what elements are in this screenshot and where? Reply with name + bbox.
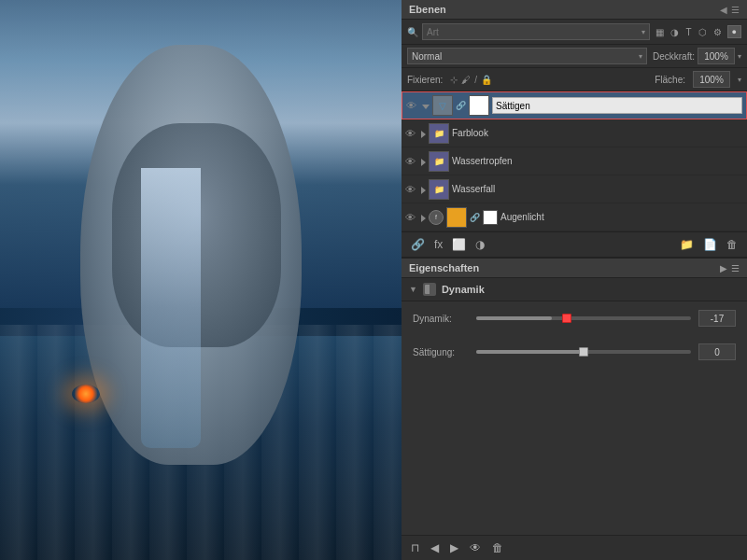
layer-visibility-augenlicht[interactable]: 👁 bbox=[405, 212, 418, 223]
search-container[interactable]: ▾ bbox=[422, 23, 650, 40]
clip-mask-button[interactable]: ⊓ bbox=[407, 539, 423, 556]
saettigung-slider-fill bbox=[476, 350, 584, 354]
layer-thumb-orange-augenlicht bbox=[446, 207, 467, 228]
delete-adjustment-button[interactable]: 🗑 bbox=[488, 539, 507, 556]
dynamik-slider-container[interactable] bbox=[476, 309, 691, 328]
dynamik-slider-thumb[interactable] bbox=[562, 314, 571, 323]
dynamik-icon bbox=[423, 283, 436, 296]
opacity-label: Deckkraft: bbox=[653, 51, 695, 62]
properties-forward-icon[interactable]: ▶ bbox=[720, 263, 727, 273]
layer-name-wassertropfen: Wassertropfen bbox=[452, 156, 743, 166]
saettigung-slider-container[interactable] bbox=[476, 343, 691, 361]
fix-fill-row: Fixieren: ⊹ 🖌 / 🔒 Fläche: 100% ▾ bbox=[402, 68, 747, 91]
fix-angle-icon[interactable]: / bbox=[474, 75, 477, 85]
layer-mask-saettigen bbox=[469, 95, 489, 116]
fill-dropdown-icon[interactable]: ▾ bbox=[738, 76, 741, 84]
dynamik-label: Dynamik: bbox=[413, 314, 469, 324]
layer-row-augenlicht[interactable]: 👁 f 🔗 Augenlicht bbox=[402, 203, 747, 231]
fix-label: Fixieren: bbox=[407, 75, 443, 85]
search-dropdown-icon[interactable]: ▾ bbox=[641, 28, 645, 36]
filter-pixel-icon[interactable]: ▦ bbox=[654, 26, 666, 38]
fill-label: Fläche: bbox=[655, 75, 685, 85]
dynamik-collapse-icon[interactable]: ▼ bbox=[409, 285, 417, 294]
panel-menu-icon[interactable]: ☰ bbox=[731, 5, 740, 15]
search-icon: 🔍 bbox=[407, 27, 418, 37]
layers-search-bar: 🔍 ▾ ▦ ◑ T ⬡ ⚙ ● bbox=[402, 20, 747, 45]
saettigung-slider-row: Sättigung: 0 bbox=[402, 335, 747, 369]
layer-chain-saettigen: 🔗 bbox=[456, 101, 466, 110]
layer-visibility-wasserfall[interactable]: 👁 bbox=[405, 184, 418, 195]
layer-thumb-wasserfall: 📁 bbox=[429, 179, 449, 200]
new-group-button[interactable]: 📁 bbox=[676, 236, 698, 253]
layer-chain-augenlicht: 🔗 bbox=[470, 213, 480, 222]
layer-thumb-farblook: 📁 bbox=[429, 123, 449, 144]
properties-controls: ▶ ☰ bbox=[720, 263, 740, 273]
opacity-value[interactable]: 100% bbox=[698, 48, 735, 64]
filter-toggle[interactable]: ● bbox=[727, 25, 741, 38]
layer-name-input-saettigen[interactable] bbox=[492, 97, 742, 114]
adjustment-button[interactable]: ◑ bbox=[472, 236, 488, 253]
saettigung-slider-track bbox=[476, 350, 691, 354]
dynamik-slider-fill bbox=[476, 316, 552, 320]
layer-thumb-wassertropfen: 📁 bbox=[429, 151, 449, 172]
right-panel: Ebenen ◀ ☰ 🔍 ▾ ▦ ◑ T ⬡ ⚙ ● bbox=[402, 0, 747, 560]
layer-row-wasserfall[interactable]: 👁 📁 Wasserfall bbox=[402, 175, 747, 203]
layers-list: 👁 ▽ 🔗 👁 📁 bbox=[402, 91, 747, 231]
properties-panel: Eigenschaften ▶ ☰ ▼ Dynamik Dynamik: bbox=[402, 257, 747, 560]
filter-icons: ▦ ◑ T ⬡ ⚙ bbox=[654, 26, 723, 38]
next-button[interactable]: ▶ bbox=[446, 539, 462, 556]
layer-visibility-wassertropfen[interactable]: 👁 bbox=[405, 156, 418, 167]
saettigung-label: Sättigung: bbox=[413, 347, 469, 357]
toolbar-group-right: 📁 📄 🗑 bbox=[676, 236, 741, 253]
blend-mode-value: Normal bbox=[412, 51, 442, 62]
dynamik-slider-row: Dynamik: -17 bbox=[402, 301, 747, 335]
layer-mask-augenlicht bbox=[483, 210, 498, 225]
layer-thumb-saettigen: ▽ bbox=[432, 95, 453, 116]
properties-panel-header: Eigenschaften ▶ ☰ bbox=[402, 259, 747, 278]
layer-visibility-farblook[interactable]: 👁 bbox=[405, 128, 418, 139]
layer-row-wassertropfen[interactable]: 👁 📁 Wassertropfen bbox=[402, 147, 747, 175]
dynamik-section-header: ▼ Dynamik bbox=[402, 278, 747, 301]
prev-button[interactable]: ◀ bbox=[427, 539, 443, 556]
fix-brush-icon[interactable]: 🖌 bbox=[461, 75, 471, 85]
layer-arrow-wassertropfen[interactable] bbox=[421, 156, 426, 167]
layer-arrow-farblook[interactable] bbox=[421, 128, 426, 139]
blend-opacity-row: Normal ▾ Deckkraft: 100% ▾ bbox=[402, 45, 747, 68]
layer-arrow-saettigen[interactable] bbox=[422, 100, 430, 111]
properties-bottom-toolbar: ⊓ ◀ ▶ 👁 🗑 bbox=[402, 535, 747, 560]
filter-type-icon[interactable]: T bbox=[684, 26, 693, 38]
opacity-group: Deckkraft: 100% ▾ bbox=[653, 48, 741, 64]
layers-panel-title: Ebenen bbox=[409, 4, 446, 15]
panel-collapse-icon[interactable]: ◀ bbox=[720, 5, 727, 15]
filter-shape-icon[interactable]: ⬡ bbox=[697, 26, 709, 38]
new-layer-button[interactable]: 📄 bbox=[699, 236, 721, 253]
search-input[interactable] bbox=[427, 27, 639, 37]
layer-visibility-saettigen[interactable]: 👁 bbox=[406, 100, 419, 111]
layer-arrow-augenlicht[interactable] bbox=[421, 212, 426, 223]
layer-effects-button[interactable]: fx bbox=[430, 236, 446, 253]
fix-move-icon[interactable]: ⊹ bbox=[450, 75, 458, 85]
saettigung-value[interactable]: 0 bbox=[698, 343, 736, 360]
fill-value[interactable]: 100% bbox=[693, 71, 730, 88]
link-layers-button[interactable]: 🔗 bbox=[407, 236, 429, 253]
dynamik-value[interactable]: -17 bbox=[698, 310, 736, 327]
saettigung-slider-thumb[interactable] bbox=[579, 347, 588, 357]
blend-mode-select[interactable]: Normal ▾ bbox=[407, 48, 647, 64]
visibility-button[interactable]: 👁 bbox=[466, 539, 485, 556]
toolbar-group-left: 🔗 fx ⬜ ◑ bbox=[407, 236, 488, 253]
opacity-dropdown-icon[interactable]: ▾ bbox=[738, 52, 741, 61]
properties-toolbar-icons: ⊓ ◀ ▶ 👁 🗑 bbox=[407, 539, 507, 556]
delete-layer-button[interactable]: 🗑 bbox=[723, 236, 741, 253]
fix-icons: ⊹ 🖌 / 🔒 bbox=[450, 75, 647, 85]
filter-smart-icon[interactable]: ⚙ bbox=[712, 26, 724, 38]
layer-arrow-wasserfall[interactable] bbox=[421, 184, 426, 195]
layer-row-saettigen[interactable]: 👁 ▽ 🔗 bbox=[402, 91, 747, 119]
canvas-area bbox=[0, 0, 402, 560]
layer-row-farblook[interactable]: 👁 📁 Farblook bbox=[402, 119, 747, 147]
layer-name-augenlicht: Augenlicht bbox=[500, 212, 743, 222]
filter-adjust-icon[interactable]: ◑ bbox=[669, 26, 681, 38]
fix-lock-icon[interactable]: 🔒 bbox=[481, 75, 492, 85]
properties-panel-title: Eigenschaften bbox=[409, 262, 479, 273]
properties-menu-icon[interactable]: ☰ bbox=[731, 263, 740, 273]
add-mask-button[interactable]: ⬜ bbox=[448, 236, 470, 253]
